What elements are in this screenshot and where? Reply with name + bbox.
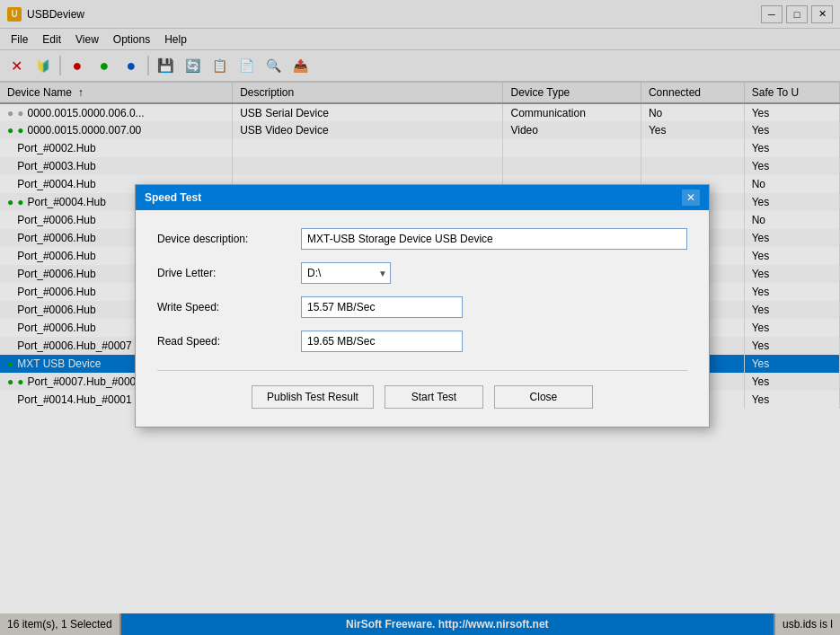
modal-overlay: Speed Test ✕ Device description: Drive L…: [0, 0, 840, 635]
device-desc-label: Device description:: [157, 233, 301, 245]
device-desc-row: Device description:: [157, 228, 687, 250]
write-speed-input[interactable]: [301, 296, 463, 318]
start-test-button[interactable]: Start Test: [385, 385, 483, 409]
read-speed-label: Read Speed:: [157, 335, 301, 348]
drive-letter-wrapper: C:\ D:\ E:\ F:\ ▼: [301, 262, 391, 284]
modal-close-button[interactable]: ✕: [682, 190, 700, 206]
modal-buttons: Publish Test Result Start Test Close: [157, 370, 687, 409]
modal-body: Device description: Drive Letter: C:\ D:…: [136, 210, 709, 427]
device-desc-input[interactable]: [301, 228, 687, 250]
speed-test-dialog: Speed Test ✕ Device description: Drive L…: [135, 184, 710, 428]
drive-letter-row: Drive Letter: C:\ D:\ E:\ F:\ ▼: [157, 262, 687, 284]
read-speed-input[interactable]: [301, 331, 463, 352]
write-speed-label: Write Speed:: [157, 301, 301, 313]
close-dialog-button[interactable]: Close: [494, 385, 593, 409]
read-speed-row: Read Speed:: [157, 331, 687, 352]
drive-letter-select[interactable]: C:\ D:\ E:\ F:\: [301, 262, 391, 284]
publish-test-result-button[interactable]: Publish Test Result: [252, 385, 374, 409]
modal-title: Speed Test: [145, 191, 682, 204]
modal-title-bar: Speed Test ✕: [136, 185, 709, 210]
drive-letter-label: Drive Letter:: [157, 267, 301, 279]
write-speed-row: Write Speed:: [157, 296, 687, 318]
